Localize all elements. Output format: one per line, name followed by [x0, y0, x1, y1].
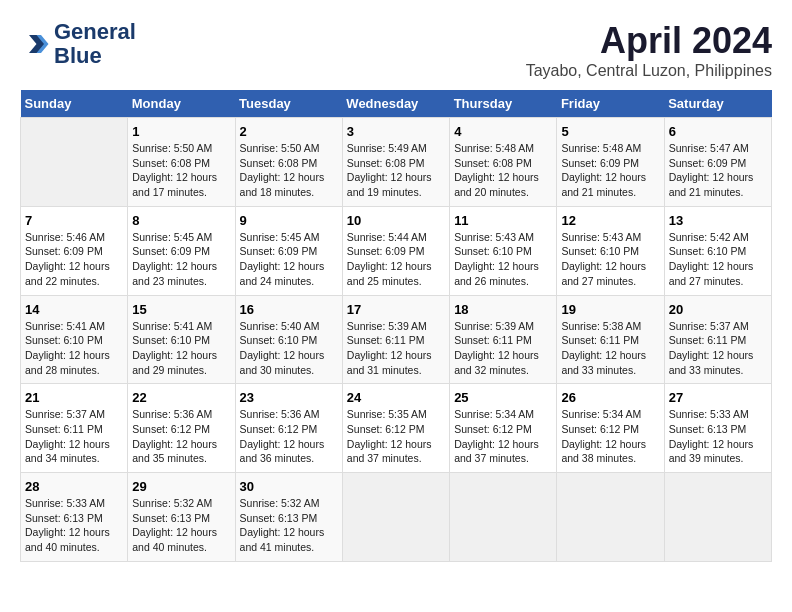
day-number: 26 — [561, 390, 659, 405]
header-row: SundayMondayTuesdayWednesdayThursdayFrid… — [21, 90, 772, 118]
logo-line1: General — [54, 20, 136, 44]
calendar-cell: 8Sunrise: 5:45 AMSunset: 6:09 PMDaylight… — [128, 206, 235, 295]
day-number: 8 — [132, 213, 230, 228]
day-info: Sunrise: 5:43 AMSunset: 6:10 PMDaylight:… — [561, 230, 659, 289]
day-number: 10 — [347, 213, 445, 228]
day-number: 22 — [132, 390, 230, 405]
location: Tayabo, Central Luzon, Philippines — [526, 62, 772, 80]
day-info: Sunrise: 5:44 AMSunset: 6:09 PMDaylight:… — [347, 230, 445, 289]
day-info: Sunrise: 5:50 AMSunset: 6:08 PMDaylight:… — [240, 141, 338, 200]
calendar-cell: 22Sunrise: 5:36 AMSunset: 6:12 PMDayligh… — [128, 384, 235, 473]
calendar-cell: 28Sunrise: 5:33 AMSunset: 6:13 PMDayligh… — [21, 473, 128, 562]
header-day-sunday: Sunday — [21, 90, 128, 118]
calendar-cell — [664, 473, 771, 562]
day-number: 28 — [25, 479, 123, 494]
calendar-cell: 12Sunrise: 5:43 AMSunset: 6:10 PMDayligh… — [557, 206, 664, 295]
day-info: Sunrise: 5:34 AMSunset: 6:12 PMDaylight:… — [561, 407, 659, 466]
day-info: Sunrise: 5:33 AMSunset: 6:13 PMDaylight:… — [669, 407, 767, 466]
day-number: 29 — [132, 479, 230, 494]
calendar-body: 1Sunrise: 5:50 AMSunset: 6:08 PMDaylight… — [21, 118, 772, 562]
day-info: Sunrise: 5:36 AMSunset: 6:12 PMDaylight:… — [132, 407, 230, 466]
day-number: 3 — [347, 124, 445, 139]
day-info: Sunrise: 5:47 AMSunset: 6:09 PMDaylight:… — [669, 141, 767, 200]
calendar-cell: 13Sunrise: 5:42 AMSunset: 6:10 PMDayligh… — [664, 206, 771, 295]
day-number: 11 — [454, 213, 552, 228]
day-info: Sunrise: 5:39 AMSunset: 6:11 PMDaylight:… — [454, 319, 552, 378]
calendar-cell: 23Sunrise: 5:36 AMSunset: 6:12 PMDayligh… — [235, 384, 342, 473]
title-block: April 2024 Tayabo, Central Luzon, Philip… — [526, 20, 772, 80]
day-number: 15 — [132, 302, 230, 317]
week-row-2: 7Sunrise: 5:46 AMSunset: 6:09 PMDaylight… — [21, 206, 772, 295]
calendar-cell: 19Sunrise: 5:38 AMSunset: 6:11 PMDayligh… — [557, 295, 664, 384]
calendar-cell: 17Sunrise: 5:39 AMSunset: 6:11 PMDayligh… — [342, 295, 449, 384]
calendar-cell: 26Sunrise: 5:34 AMSunset: 6:12 PMDayligh… — [557, 384, 664, 473]
week-row-4: 21Sunrise: 5:37 AMSunset: 6:11 PMDayligh… — [21, 384, 772, 473]
day-number: 1 — [132, 124, 230, 139]
header-day-friday: Friday — [557, 90, 664, 118]
day-info: Sunrise: 5:32 AMSunset: 6:13 PMDaylight:… — [240, 496, 338, 555]
day-info: Sunrise: 5:37 AMSunset: 6:11 PMDaylight:… — [25, 407, 123, 466]
calendar-cell: 27Sunrise: 5:33 AMSunset: 6:13 PMDayligh… — [664, 384, 771, 473]
day-info: Sunrise: 5:37 AMSunset: 6:11 PMDaylight:… — [669, 319, 767, 378]
day-number: 5 — [561, 124, 659, 139]
calendar-cell: 21Sunrise: 5:37 AMSunset: 6:11 PMDayligh… — [21, 384, 128, 473]
logo: General Blue — [20, 20, 136, 68]
header-day-wednesday: Wednesday — [342, 90, 449, 118]
calendar-cell: 24Sunrise: 5:35 AMSunset: 6:12 PMDayligh… — [342, 384, 449, 473]
day-info: Sunrise: 5:33 AMSunset: 6:13 PMDaylight:… — [25, 496, 123, 555]
day-info: Sunrise: 5:48 AMSunset: 6:08 PMDaylight:… — [454, 141, 552, 200]
day-info: Sunrise: 5:40 AMSunset: 6:10 PMDaylight:… — [240, 319, 338, 378]
day-info: Sunrise: 5:45 AMSunset: 6:09 PMDaylight:… — [240, 230, 338, 289]
calendar-cell: 29Sunrise: 5:32 AMSunset: 6:13 PMDayligh… — [128, 473, 235, 562]
day-info: Sunrise: 5:32 AMSunset: 6:13 PMDaylight:… — [132, 496, 230, 555]
calendar-header: SundayMondayTuesdayWednesdayThursdayFrid… — [21, 90, 772, 118]
day-number: 25 — [454, 390, 552, 405]
day-number: 18 — [454, 302, 552, 317]
calendar-cell — [557, 473, 664, 562]
day-info: Sunrise: 5:42 AMSunset: 6:10 PMDaylight:… — [669, 230, 767, 289]
day-info: Sunrise: 5:49 AMSunset: 6:08 PMDaylight:… — [347, 141, 445, 200]
day-info: Sunrise: 5:43 AMSunset: 6:10 PMDaylight:… — [454, 230, 552, 289]
calendar-cell: 14Sunrise: 5:41 AMSunset: 6:10 PMDayligh… — [21, 295, 128, 384]
month-title: April 2024 — [526, 20, 772, 62]
day-number: 9 — [240, 213, 338, 228]
day-number: 30 — [240, 479, 338, 494]
calendar-cell: 11Sunrise: 5:43 AMSunset: 6:10 PMDayligh… — [450, 206, 557, 295]
day-number: 17 — [347, 302, 445, 317]
day-number: 20 — [669, 302, 767, 317]
day-info: Sunrise: 5:41 AMSunset: 6:10 PMDaylight:… — [25, 319, 123, 378]
logo-line2: Blue — [54, 44, 136, 68]
calendar-cell — [450, 473, 557, 562]
day-info: Sunrise: 5:38 AMSunset: 6:11 PMDaylight:… — [561, 319, 659, 378]
calendar-cell — [21, 118, 128, 207]
day-info: Sunrise: 5:41 AMSunset: 6:10 PMDaylight:… — [132, 319, 230, 378]
calendar-cell: 7Sunrise: 5:46 AMSunset: 6:09 PMDaylight… — [21, 206, 128, 295]
calendar-table: SundayMondayTuesdayWednesdayThursdayFrid… — [20, 90, 772, 562]
calendar-cell: 6Sunrise: 5:47 AMSunset: 6:09 PMDaylight… — [664, 118, 771, 207]
calendar-cell: 15Sunrise: 5:41 AMSunset: 6:10 PMDayligh… — [128, 295, 235, 384]
header-day-thursday: Thursday — [450, 90, 557, 118]
day-number: 27 — [669, 390, 767, 405]
day-info: Sunrise: 5:45 AMSunset: 6:09 PMDaylight:… — [132, 230, 230, 289]
calendar-cell: 30Sunrise: 5:32 AMSunset: 6:13 PMDayligh… — [235, 473, 342, 562]
calendar-cell: 16Sunrise: 5:40 AMSunset: 6:10 PMDayligh… — [235, 295, 342, 384]
day-info: Sunrise: 5:39 AMSunset: 6:11 PMDaylight:… — [347, 319, 445, 378]
header-day-monday: Monday — [128, 90, 235, 118]
day-info: Sunrise: 5:35 AMSunset: 6:12 PMDaylight:… — [347, 407, 445, 466]
calendar-cell: 5Sunrise: 5:48 AMSunset: 6:09 PMDaylight… — [557, 118, 664, 207]
day-number: 2 — [240, 124, 338, 139]
day-number: 7 — [25, 213, 123, 228]
header-day-saturday: Saturday — [664, 90, 771, 118]
calendar-cell: 9Sunrise: 5:45 AMSunset: 6:09 PMDaylight… — [235, 206, 342, 295]
logo-text: General Blue — [54, 20, 136, 68]
calendar-cell: 4Sunrise: 5:48 AMSunset: 6:08 PMDaylight… — [450, 118, 557, 207]
week-row-1: 1Sunrise: 5:50 AMSunset: 6:08 PMDaylight… — [21, 118, 772, 207]
day-number: 4 — [454, 124, 552, 139]
day-number: 23 — [240, 390, 338, 405]
week-row-5: 28Sunrise: 5:33 AMSunset: 6:13 PMDayligh… — [21, 473, 772, 562]
day-number: 12 — [561, 213, 659, 228]
day-number: 21 — [25, 390, 123, 405]
day-number: 19 — [561, 302, 659, 317]
day-number: 16 — [240, 302, 338, 317]
day-number: 6 — [669, 124, 767, 139]
